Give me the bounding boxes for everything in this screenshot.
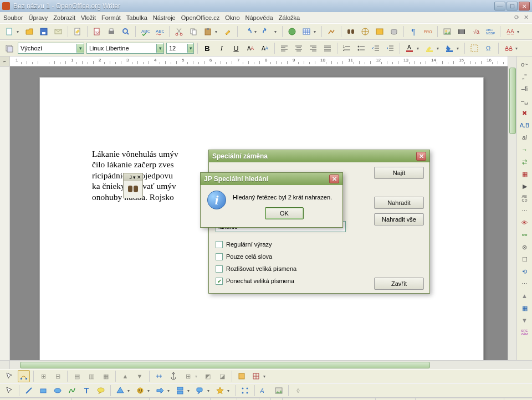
nonprinting-button[interactable]: ¶ — [407, 25, 420, 38]
rect-button[interactable] — [37, 384, 49, 397]
sb-space-icon[interactable]: –␣ — [519, 96, 530, 105]
align-left-button[interactable] — [278, 42, 290, 54]
menu-okno[interactable]: Okno — [225, 14, 239, 21]
callouts-button[interactable] — [194, 384, 206, 397]
sb-arrows-icon[interactable]: ⇄ — [519, 157, 530, 166]
navigator-button[interactable] — [359, 25, 371, 38]
find-button[interactable] — [345, 25, 357, 38]
freeform-button[interactable] — [66, 384, 78, 397]
binoculars-icon[interactable] — [128, 186, 138, 193]
cut-button[interactable] — [173, 25, 185, 38]
menu-upravy[interactable]: Úpravy — [28, 14, 48, 21]
extrusion-button[interactable]: ◊ — [292, 384, 304, 397]
copy-button[interactable] — [187, 25, 200, 38]
pro-button[interactable]: PRO — [422, 25, 434, 38]
sb-square-icon[interactable]: ▦ — [519, 170, 530, 178]
decrease-indent-button[interactable] — [370, 42, 382, 54]
text-button[interactable]: T — [80, 384, 93, 397]
sb-text-icon[interactable]: ABCD — [519, 194, 530, 203]
nbsp-button[interactable]: ABCNBSP — [484, 25, 497, 38]
distribute-button[interactable] — [153, 370, 165, 382]
highlight-button[interactable] — [423, 42, 436, 54]
show-draw-button[interactable] — [325, 25, 337, 38]
close-dialog-button[interactable]: Zavřít — [374, 278, 424, 290]
image-button[interactable] — [441, 25, 453, 38]
autospell-button[interactable]: ABC — [154, 25, 166, 38]
styles-button[interactable] — [3, 42, 16, 54]
front-button[interactable]: ▲ — [119, 370, 131, 382]
edit-file-button[interactable] — [71, 25, 84, 38]
menu-format[interactable]: Formát — [101, 14, 121, 21]
align-right-button[interactable] — [307, 42, 319, 54]
menu-close-doc-icon[interactable]: ✕ — [524, 14, 529, 21]
vertical-scrollbar[interactable] — [508, 57, 516, 360]
menu-zobrazit[interactable]: Zobrazit — [53, 14, 75, 21]
sb-up-icon[interactable]: ▲ — [519, 291, 530, 300]
find-toolbar-header[interactable]: J▾✕ — [124, 173, 142, 181]
sb-ab-icon[interactable]: A.B — [519, 121, 530, 130]
font-size-input[interactable] — [169, 45, 185, 52]
anchor-button[interactable] — [167, 370, 180, 382]
borders-button[interactable] — [236, 370, 248, 382]
email-button[interactable] — [52, 25, 64, 38]
new-button[interactable] — [3, 25, 16, 38]
message-dialog-close-button[interactable]: ✕ — [329, 175, 339, 183]
basic-shapes-button[interactable] — [114, 384, 126, 397]
sb-dots2-icon[interactable]: ⋯ — [519, 279, 530, 288]
anchor1-button[interactable]: ⊞ — [37, 370, 49, 382]
paste-button[interactable] — [202, 25, 214, 38]
find-toolbar-floating[interactable]: J▾✕ — [123, 173, 143, 198]
fontwork-button[interactable]: Ā — [258, 384, 270, 397]
sb-arrow-icon[interactable]: → — [519, 145, 530, 154]
print-preview-button[interactable] — [120, 25, 132, 38]
subscript-button[interactable]: AA — [259, 42, 271, 54]
symbol-shapes-button[interactable] — [134, 384, 146, 397]
send-back-button[interactable]: ◪ — [216, 370, 228, 382]
align-justify-button[interactable] — [321, 42, 334, 54]
pdf-export-button[interactable]: PDF — [91, 25, 103, 38]
regex-checkbox[interactable]: Regulární výrazy — [216, 239, 296, 250]
callout-button[interactable] — [95, 384, 107, 397]
preserve-case-checkbox[interactable]: ✔Ponechat veliká písmena — [216, 275, 296, 286]
undo-button[interactable] — [241, 25, 253, 38]
replace-all-button[interactable]: Nahradit vše — [374, 213, 424, 225]
spellcheck-button[interactable]: ABC — [139, 25, 151, 38]
sb-box-icon[interactable]: ☐ — [519, 255, 530, 264]
italic-button[interactable]: I — [216, 42, 228, 54]
bullet-list-button[interactable] — [355, 42, 367, 54]
menu-napoveda[interactable]: Nápověda — [245, 14, 273, 21]
numbered-list-button[interactable]: 12 — [341, 42, 353, 54]
select-all-button[interactable] — [468, 42, 480, 54]
sb-hyphen-icon[interactable]: –fi — [519, 84, 530, 93]
open-button[interactable] — [23, 25, 35, 38]
from-file-button[interactable] — [273, 384, 285, 397]
sb-italic-icon[interactable]: ai — [519, 133, 530, 142]
align-center-button[interactable] — [293, 42, 305, 54]
ellipse-button[interactable] — [52, 384, 64, 397]
save-button[interactable] — [38, 25, 50, 38]
wrap2-button[interactable]: ▥ — [85, 370, 98, 382]
menu-soubor[interactable]: Soubor — [3, 14, 23, 21]
replace-dialog-title-bar[interactable]: Speciální záměna ✕ — [209, 150, 429, 162]
grid-button[interactable] — [250, 370, 262, 382]
more-button[interactable]: A̲A̲ — [502, 42, 514, 54]
combo-arrow-icon[interactable]: ▼ — [76, 44, 84, 53]
font-name-input[interactable] — [89, 45, 154, 52]
gallery-button[interactable] — [374, 25, 386, 38]
wrap3-button[interactable]: ▦ — [100, 370, 112, 382]
table-button[interactable] — [300, 25, 313, 38]
underline-button[interactable]: U — [230, 42, 242, 54]
font-color-button[interactable]: A — [403, 42, 416, 54]
sb-spe-icon[interactable]: SPEZÁM — [519, 328, 530, 337]
menu-vlozit[interactable]: Vložit — [81, 14, 96, 21]
bgcolor-button[interactable] — [443, 42, 456, 54]
replace-button[interactable]: Nahradit — [374, 197, 424, 209]
points-tool-button[interactable] — [239, 384, 251, 397]
menu-zalozka[interactable]: Záložka — [279, 14, 300, 21]
font-name-combo[interactable]: ▼ — [86, 43, 164, 54]
sb-strike-icon[interactable]: ✖ — [519, 109, 530, 117]
menu-updates-icon[interactable]: ⟳ — [514, 14, 519, 21]
line-button[interactable] — [23, 384, 35, 397]
movie-button[interactable] — [456, 25, 468, 38]
sb-down-icon[interactable]: ▼ — [519, 316, 530, 325]
